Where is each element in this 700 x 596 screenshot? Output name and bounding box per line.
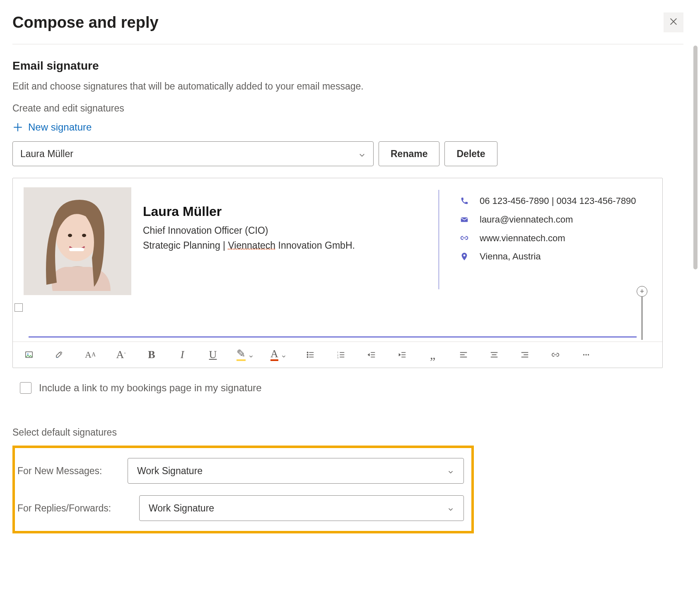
replies-forwards-select[interactable]: Work Signature <box>139 495 464 521</box>
highlight-button[interactable]: ✎ <box>237 349 254 361</box>
signature-department: Strategic Planning | Viennatech Innovati… <box>143 238 408 253</box>
align-left-button[interactable] <box>456 349 471 361</box>
svg-point-41 <box>585 354 587 355</box>
signature-name: Laura Müller <box>143 204 408 219</box>
indent-button[interactable] <box>395 349 409 361</box>
selection-handle[interactable] <box>14 303 23 312</box>
signature-website: www.viennatech.com <box>480 232 565 245</box>
new-messages-label: For New Messages: <box>17 465 121 477</box>
align-right-button[interactable] <box>518 349 532 361</box>
signature-job-title: Chief Innovation Officer (CIO) <box>143 223 408 238</box>
bookings-checkbox[interactable] <box>20 382 31 394</box>
more-options-button[interactable] <box>579 349 593 361</box>
font-size-increase-button[interactable]: Aˆ <box>114 349 128 361</box>
new-messages-select[interactable]: Work Signature <box>128 458 464 484</box>
signature-editor[interactable]: Laura Müller Chief Innovation Officer (C… <box>12 178 663 368</box>
svg-point-14 <box>307 354 308 355</box>
svg-point-15 <box>307 356 308 357</box>
scrollbar-thumb[interactable] <box>693 46 698 269</box>
defaults-highlight-box: For New Messages: Work Signature For Rep… <box>12 446 474 533</box>
svg-rect-8 <box>69 248 84 251</box>
close-button[interactable] <box>664 12 683 32</box>
mail-icon <box>459 214 470 225</box>
chevron-icon: ˆ <box>124 352 126 358</box>
signature-select-value: Laura Müller <box>20 148 73 160</box>
signature-location: Vienna, Austria <box>480 250 541 263</box>
outdent-button[interactable] <box>364 349 379 361</box>
rename-button[interactable]: Rename <box>379 141 439 166</box>
bullet-list-button[interactable] <box>303 349 317 361</box>
chevron-down-icon <box>248 352 254 358</box>
insert-handle-line <box>642 297 642 340</box>
font-size-decrease-button[interactable]: AA <box>83 349 97 361</box>
delete-button[interactable]: Delete <box>444 141 497 166</box>
insert-link-button[interactable] <box>548 349 562 361</box>
phone-icon <box>459 196 470 206</box>
signature-select[interactable]: Laura Müller <box>12 141 374 166</box>
bookings-label: Include a link to my bookings page in my… <box>39 382 262 394</box>
svg-point-10 <box>463 254 466 257</box>
svg-point-7 <box>82 234 86 237</box>
new-signature-label: New signature <box>28 121 92 133</box>
chevron-down-icon <box>281 352 287 358</box>
svg-point-40 <box>583 354 584 355</box>
insert-handle[interactable]: + <box>637 286 647 297</box>
section-description: Edit and choose signatures that will be … <box>12 81 683 92</box>
editor-toolbar: AA Aˆ B I U ✎ A 123 <box>13 342 662 368</box>
plus-icon <box>12 122 23 133</box>
chevron-down-icon <box>447 504 454 512</box>
create-edit-label: Create and edit signatures <box>12 103 683 114</box>
numbered-list-button[interactable]: 123 <box>334 349 348 361</box>
underline-button[interactable]: U <box>206 349 220 361</box>
chevron-down-icon <box>447 467 454 475</box>
signature-phone: 06 123-456-7890 | 0034 123-456-7890 <box>480 195 636 208</box>
chevron-down-icon <box>358 150 366 157</box>
link-icon <box>459 233 470 244</box>
bold-button[interactable]: B <box>145 349 159 361</box>
insert-image-button[interactable] <box>22 349 36 361</box>
quote-button[interactable]: „ <box>426 349 440 361</box>
replies-forwards-label: For Replies/Forwards: <box>17 503 133 514</box>
editor-caret-line <box>29 337 637 337</box>
location-icon <box>459 251 470 262</box>
svg-point-12 <box>27 354 29 355</box>
font-color-button[interactable]: A <box>270 349 287 361</box>
signature-email: laura@viennatech.com <box>480 213 573 226</box>
new-signature-button[interactable]: New signature <box>12 121 683 133</box>
italic-button[interactable]: I <box>175 349 189 361</box>
new-messages-value: Work Signature <box>137 465 203 477</box>
section-title: Email signature <box>12 59 683 73</box>
defaults-section-label: Select default signatures <box>12 427 683 438</box>
svg-point-13 <box>307 352 308 353</box>
signature-photo <box>24 187 131 295</box>
signature-divider <box>439 190 439 289</box>
page-title: Compose and reply <box>12 14 159 31</box>
replies-forwards-value: Work Signature <box>149 503 214 514</box>
svg-point-6 <box>68 234 72 237</box>
svg-rect-9 <box>461 217 468 222</box>
close-icon <box>669 17 678 28</box>
svg-point-42 <box>588 354 589 355</box>
svg-text:3: 3 <box>337 356 338 359</box>
align-center-button[interactable] <box>487 349 501 361</box>
format-painter-button[interactable] <box>53 349 67 361</box>
